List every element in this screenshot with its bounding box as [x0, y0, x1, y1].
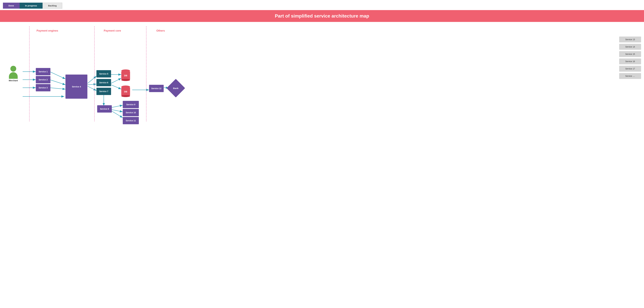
sidebar-service-more[interactable]: Service .... [619, 73, 641, 79]
svg-line-12 [111, 78, 121, 83]
merchant-label: Merchant [9, 80, 18, 82]
service-12-box[interactable]: Service 12 [149, 85, 164, 92]
merchant-figure: Merchant [9, 66, 18, 82]
service-4-box[interactable]: Service 4 [66, 74, 88, 99]
section-payment-engines: Payment engines [36, 29, 58, 32]
service-8-box[interactable]: Service 8 [97, 105, 112, 112]
service-6-box[interactable]: Service 6 [96, 79, 111, 86]
tab-bar: Done In progress Backlog [0, 0, 644, 10]
tab-backlog[interactable]: Backlog [42, 3, 62, 8]
svg-line-7 [50, 88, 66, 89]
service-7-box[interactable]: Service 7 [96, 88, 111, 95]
tab-inprogress[interactable]: In progress [20, 3, 43, 8]
db1-cylinder: DB [121, 70, 130, 81]
tab-done[interactable]: Done [3, 3, 20, 8]
service-5-box[interactable]: Service 5 [96, 70, 111, 78]
diagram-container: Payment engines Payment core Others Merc… [0, 22, 644, 126]
db2-cylinder: DB [121, 86, 130, 97]
section-payment-core: Payment core [104, 29, 121, 32]
header-banner: Part of simplified service architecture … [0, 10, 644, 22]
merchant-body [9, 72, 18, 79]
svg-line-17 [112, 110, 123, 112]
bank-diamond-container[interactable]: Bank [169, 82, 182, 95]
svg-line-10 [88, 86, 96, 91]
main-diagram: Payment engines Payment core Others Merc… [2, 26, 619, 121]
service-1-box[interactable]: Service 1 [36, 68, 50, 75]
service-2-box[interactable]: Service 2 [36, 76, 50, 83]
sidebar-service-16[interactable]: Service 16 [619, 58, 641, 64]
sidebar-service-14[interactable]: Service 14 [619, 44, 641, 50]
sidebar-service-13[interactable]: Service 13 [619, 36, 641, 42]
section-others: Others [156, 29, 165, 32]
service-9-box[interactable]: Service 9 [123, 101, 139, 108]
divider-line-1 [29, 26, 30, 121]
svg-line-9 [88, 84, 96, 85]
service-10-box[interactable]: Service 10 [123, 109, 139, 116]
svg-line-16 [112, 105, 123, 108]
divider-line-2 [94, 26, 94, 121]
divider-line-3 [146, 26, 146, 121]
svg-line-18 [112, 111, 123, 118]
service-3-box[interactable]: Service 3 [36, 84, 50, 91]
svg-line-6 [50, 80, 66, 85]
page-title: Part of simplified service architecture … [0, 13, 644, 19]
sidebar-services: Service 13 Service 14 Service 15 Service… [619, 26, 642, 121]
sidebar-service-15[interactable]: Service 15 [619, 51, 641, 57]
svg-line-8 [88, 76, 96, 83]
svg-line-13 [111, 85, 121, 89]
svg-line-5 [50, 72, 66, 79]
sidebar-service-17[interactable]: Service 17 [619, 66, 641, 72]
service-11-box[interactable]: Service 11 [123, 117, 139, 124]
merchant-head [10, 66, 16, 72]
